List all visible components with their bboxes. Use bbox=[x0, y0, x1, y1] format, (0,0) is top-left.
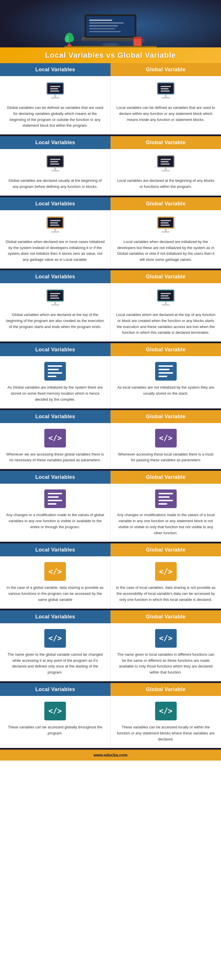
svg-rect-25 bbox=[51, 97, 59, 99]
section-content-6: </> Whenever we are accessing these glob… bbox=[0, 423, 221, 469]
left-text-7: Any changes or a modification made to th… bbox=[5, 512, 105, 530]
section-8: Local Variables Global Variable </> In t… bbox=[0, 543, 221, 610]
section-content-1: Global variables can be defined as varia… bbox=[0, 76, 221, 134]
code-icon: </> bbox=[155, 562, 177, 581]
right-header-label-10: Global Variable bbox=[146, 686, 186, 692]
page-title: Local Variables vs Global Variable bbox=[6, 51, 215, 60]
svg-rect-24 bbox=[54, 94, 56, 97]
svg-rect-32 bbox=[162, 97, 170, 99]
code-icon: </> bbox=[44, 702, 66, 720]
header-title-bar: Local Variables vs Global Variable bbox=[0, 48, 221, 63]
section-right-header-3: Global Variable bbox=[110, 197, 221, 210]
right-header-label-9: Global Variable bbox=[146, 614, 186, 619]
section-7: Local Variables Global Variable Any chan… bbox=[0, 471, 221, 543]
right-header-label-6: Global Variable bbox=[146, 414, 186, 419]
section-right-header-7: Global Variable bbox=[110, 471, 221, 484]
left-text-8: In the case of a global variable, data s… bbox=[5, 585, 105, 603]
content-left-2: Global variables are declared usually at… bbox=[0, 149, 110, 196]
svg-rect-6 bbox=[89, 25, 118, 26]
code-icon: </> bbox=[155, 702, 177, 720]
svg-rect-42 bbox=[160, 159, 171, 160]
left-header-label-4: Local Variables bbox=[35, 274, 75, 280]
svg-rect-46 bbox=[162, 170, 170, 172]
svg-rect-37 bbox=[50, 164, 59, 165]
section-left-header-2: Local Variables bbox=[0, 136, 110, 149]
section-content-10: </> These variables can be accessed glob… bbox=[0, 696, 221, 748]
section-5: Local Variables Global Variable As Globa… bbox=[0, 343, 221, 410]
content-left-7: Any changes or a modification made to th… bbox=[0, 484, 110, 542]
monitor-icon bbox=[45, 155, 66, 174]
section-header-10: Local Variables Global Variable bbox=[0, 683, 221, 696]
svg-rect-56 bbox=[160, 220, 171, 221]
page-header: Local Variables vs Global Variable bbox=[0, 0, 221, 63]
svg-rect-30 bbox=[160, 91, 170, 92]
svg-rect-70 bbox=[160, 293, 171, 294]
right-header-label-4: Global Variable bbox=[146, 274, 186, 280]
svg-rect-35 bbox=[50, 159, 61, 160]
section-divider-10 bbox=[0, 748, 221, 750]
section-right-header-2: Global Variable bbox=[110, 136, 221, 149]
monitor-icon bbox=[155, 82, 176, 101]
section-left-header-1: Local Variables bbox=[0, 63, 110, 76]
svg-rect-60 bbox=[162, 231, 170, 233]
svg-rect-9 bbox=[83, 39, 138, 41]
right-text-7: Any changes or modifications made to the… bbox=[116, 512, 216, 536]
svg-point-13 bbox=[102, 43, 119, 46]
svg-rect-7 bbox=[89, 28, 115, 29]
section-9: Local Variables Global Variable </> The … bbox=[0, 610, 221, 683]
sections-container: Local Variables Global Variable Global v… bbox=[0, 63, 221, 750]
svg-rect-4 bbox=[89, 19, 112, 21]
svg-rect-73 bbox=[165, 302, 167, 304]
content-left-4: Global variables which are declared at t… bbox=[0, 283, 110, 342]
right-text-10: These variables can be accessed locally … bbox=[116, 724, 216, 742]
content-right-7: Any changes or modifications made to the… bbox=[110, 484, 221, 542]
section-right-header-5: Global Variable bbox=[110, 343, 221, 356]
section-header-6: Local Variables Global Variable bbox=[0, 410, 221, 423]
section-right-header-10: Global Variable bbox=[110, 683, 221, 696]
section-right-header-4: Global Variable bbox=[110, 270, 221, 283]
monitor-icon bbox=[45, 216, 66, 235]
left-header-label-5: Local Variables bbox=[35, 347, 75, 352]
svg-rect-12 bbox=[142, 39, 144, 43]
svg-rect-18 bbox=[67, 45, 71, 46]
left-header-label-9: Local Variables bbox=[35, 614, 75, 619]
right-text-4: Local variables which are declared at th… bbox=[116, 312, 216, 336]
monitor-icon bbox=[155, 216, 176, 235]
section-1: Local Variables Global Variable Global v… bbox=[0, 63, 221, 136]
section-left-header-9: Local Variables bbox=[0, 610, 110, 623]
svg-rect-59 bbox=[165, 229, 167, 232]
svg-rect-53 bbox=[51, 231, 59, 233]
content-left-1: Global variables can be defined as varia… bbox=[0, 76, 110, 134]
section-10: Local Variables Global Variable </> Thes… bbox=[0, 683, 221, 750]
section-header-2: Local Variables Global Variable bbox=[0, 136, 221, 149]
lines-icon bbox=[155, 362, 177, 380]
code-icon: </> bbox=[44, 429, 66, 447]
right-text-6: Whenever accessing these local variables… bbox=[116, 452, 216, 464]
section-6: Local Variables Global Variable </> When… bbox=[0, 410, 221, 471]
section-right-header-1: Global Variable bbox=[110, 63, 221, 76]
right-text-1: Local variables can be defined as variab… bbox=[116, 105, 216, 123]
monitor-icon bbox=[155, 289, 176, 308]
left-header-label-8: Local Variables bbox=[35, 547, 75, 553]
svg-rect-5 bbox=[89, 22, 124, 24]
section-left-header-6: Local Variables bbox=[0, 410, 110, 423]
svg-rect-31 bbox=[165, 94, 167, 97]
left-text-1: Global variables can be defined as varia… bbox=[5, 105, 105, 129]
content-right-6: </> Whenever accessing these local varia… bbox=[110, 423, 221, 469]
content-left-8: </> In the case of a global variable, da… bbox=[0, 556, 110, 608]
section-content-9: </> The name given to the global variabl… bbox=[0, 623, 221, 681]
section-3: Local Variables Global Variable Global v… bbox=[0, 197, 221, 270]
footer-url: www.educba.com bbox=[93, 753, 128, 757]
svg-rect-66 bbox=[54, 302, 56, 304]
svg-rect-51 bbox=[50, 224, 59, 226]
left-text-5: As Global variables are initialized by t… bbox=[5, 385, 105, 402]
section-right-header-6: Global Variable bbox=[110, 410, 221, 423]
left-text-6: Whenever we are accessing these global v… bbox=[5, 452, 105, 464]
svg-rect-67 bbox=[51, 304, 59, 305]
section-content-2: Global variables are declared usually at… bbox=[0, 149, 221, 196]
section-left-header-3: Local Variables bbox=[0, 197, 110, 210]
right-text-3: Local variables when declared are initia… bbox=[116, 239, 216, 263]
section-header-8: Local Variables Global Variable bbox=[0, 543, 221, 556]
section-right-header-9: Global Variable bbox=[110, 610, 221, 623]
section-left-header-8: Local Variables bbox=[0, 543, 110, 556]
